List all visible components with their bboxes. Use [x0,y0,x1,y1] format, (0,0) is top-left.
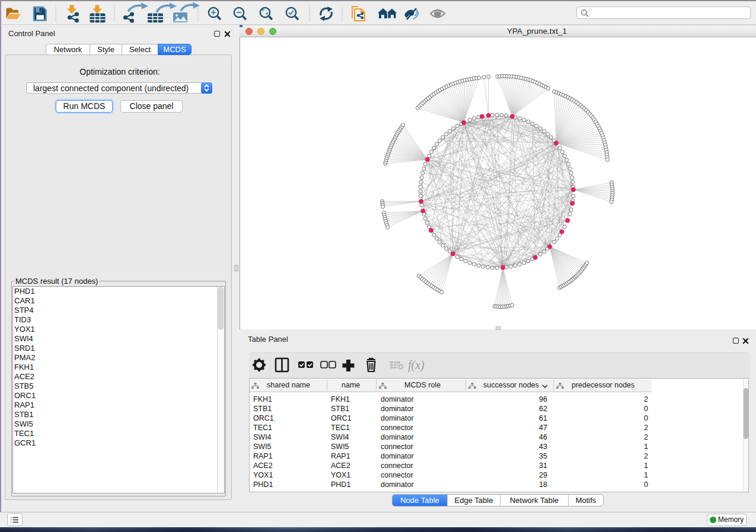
svg-text:f(x): f(x) [408,358,425,372]
